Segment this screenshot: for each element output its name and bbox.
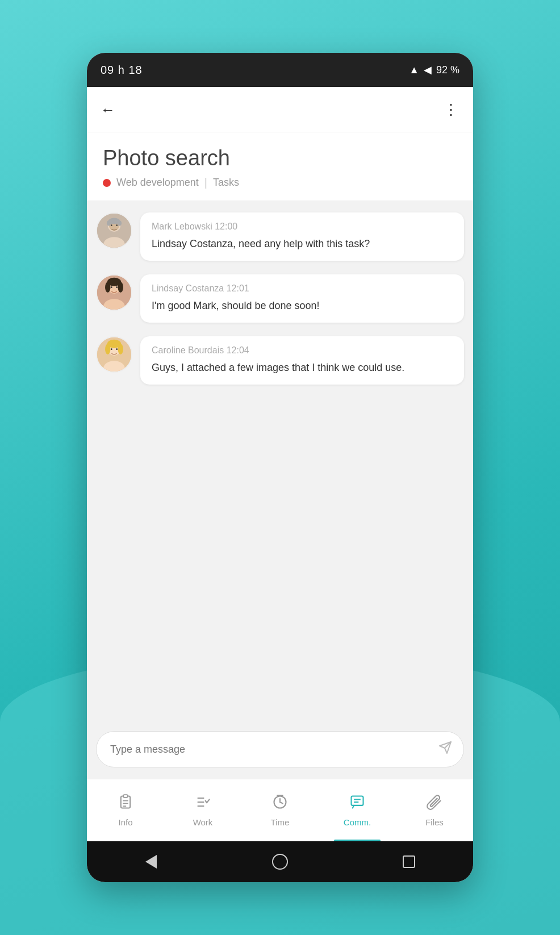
svg-point-14 [118, 282, 123, 293]
bottom-nav: Info Work Time [87, 779, 473, 841]
project-header: Photo search Web development | Tasks [87, 132, 473, 201]
status-icons: ▲ ◀ 92 % [409, 64, 459, 76]
svg-point-21 [105, 344, 110, 354]
message-meta-3: Caroline Bourdais 12:04 [152, 345, 453, 356]
sender-name-2: Lindsay Costanza [152, 283, 224, 293]
project-status-dot [103, 179, 111, 187]
android-nav-bar [87, 841, 473, 882]
svg-point-5 [107, 220, 111, 226]
back-button[interactable]: ← [101, 102, 115, 117]
avatar-lindsay [96, 274, 132, 311]
paperclip-icon [427, 794, 442, 814]
message-time-2: 12:01 [227, 283, 249, 293]
svg-rect-26 [124, 795, 128, 798]
message-bubble-1: Mark Lebowski 12:00 Lindsay Costanza, ne… [140, 212, 464, 261]
nav-item-files[interactable]: Files [396, 779, 473, 841]
nav-item-info[interactable]: Info [87, 779, 164, 841]
android-home-button[interactable] [271, 853, 289, 871]
svg-point-16 [116, 286, 118, 288]
svg-point-24 [116, 348, 118, 350]
send-icon [438, 741, 452, 754]
message-text-3: Guys, I attached a few images that I thi… [152, 360, 453, 375]
project-section: Tasks [213, 177, 239, 189]
message-time-3: 12:04 [227, 345, 249, 355]
meta-divider: | [204, 176, 207, 189]
svg-point-6 [118, 220, 122, 226]
nav-item-work[interactable]: Work [164, 779, 241, 841]
signal-icon: ◀ [424, 64, 432, 76]
message-meta-2: Lindsay Costanza 12:01 [152, 283, 453, 294]
message-text-2: I'm good Mark, should be done soon! [152, 298, 453, 314]
nav-label-files: Files [425, 817, 444, 827]
svg-point-22 [118, 344, 123, 354]
nav-label-work: Work [193, 817, 213, 827]
svg-point-7 [111, 224, 112, 226]
message-meta-1: Mark Lebowski 12:00 [152, 222, 453, 232]
nav-item-time[interactable]: Time [241, 779, 319, 841]
message-row: Lindsay Costanza 12:01 I'm good Mark, sh… [96, 274, 464, 323]
status-time: 09 h 18 [101, 64, 143, 77]
send-button[interactable] [436, 738, 454, 760]
message-row: Caroline Bourdais 12:04 Guys, I attached… [96, 336, 464, 385]
clipboard-icon [118, 794, 133, 814]
nav-label-comm: Comm. [344, 817, 371, 827]
message-text-1: Lindsay Costanza, need any help with thi… [152, 236, 453, 252]
messages-area: Mark Lebowski 12:00 Lindsay Costanza, ne… [87, 201, 473, 723]
project-category: Web development [116, 177, 199, 189]
status-bar: 09 h 18 ▲ ◀ 92 % [87, 53, 473, 87]
svg-point-23 [111, 348, 112, 350]
more-menu-button[interactable]: ⋮ [444, 102, 459, 117]
phone-frame: 09 h 18 ▲ ◀ 92 % ← ⋮ Photo search Web de… [87, 53, 473, 882]
avatar-caroline [96, 336, 132, 373]
svg-rect-35 [352, 796, 363, 805]
chat-icon [349, 794, 365, 814]
message-time-1: 12:00 [215, 222, 237, 231]
nav-label-info: Info [118, 817, 132, 827]
top-bar: ← ⋮ [87, 87, 473, 132]
clock-icon [272, 794, 288, 814]
android-back-button[interactable] [142, 853, 160, 871]
project-title: Photo search [103, 146, 457, 170]
input-area [87, 723, 473, 779]
svg-point-13 [105, 282, 110, 293]
nav-label-time: Time [271, 817, 290, 827]
avatar-mark [96, 212, 132, 249]
battery-indicator: 92 % [436, 64, 459, 76]
sender-name-1: Mark Lebowski [152, 222, 212, 231]
message-row: Mark Lebowski 12:00 Lindsay Costanza, ne… [96, 212, 464, 261]
message-bubble-3: Caroline Bourdais 12:04 Guys, I attached… [140, 336, 464, 385]
svg-point-8 [116, 224, 118, 226]
message-bubble-2: Lindsay Costanza 12:01 I'm good Mark, sh… [140, 274, 464, 323]
nav-item-comm[interactable]: Comm. [319, 779, 396, 841]
project-meta: Web development | Tasks [103, 176, 457, 189]
message-input-wrap [96, 731, 464, 767]
sender-name-3: Caroline Bourdais [152, 345, 224, 355]
svg-point-15 [111, 286, 112, 288]
message-input[interactable] [110, 744, 436, 755]
wifi-icon: ▲ [409, 64, 419, 76]
checklist-icon [195, 794, 211, 814]
android-recent-button[interactable] [400, 853, 418, 871]
